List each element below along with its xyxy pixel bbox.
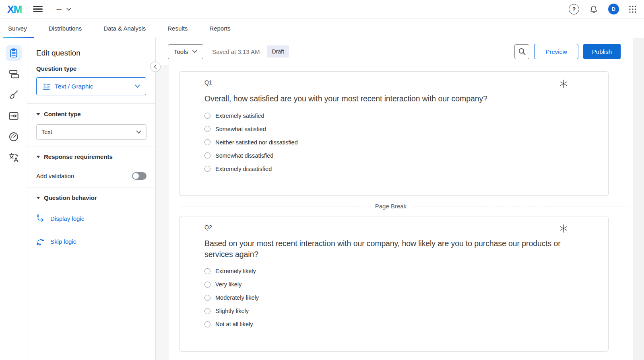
search-icon: [518, 47, 526, 56]
project-name: ---: [56, 6, 62, 12]
sidebar-item-look-and-feel[interactable]: [6, 87, 22, 103]
caret-down-icon: [36, 113, 40, 115]
question-id: Q2: [204, 224, 212, 230]
question-behavior-section: Question behavior Display logic: [27, 187, 155, 246]
survey-canvas: Q1 Overall, how satisfied are you wi: [169, 65, 633, 360]
tab-reports[interactable]: Reports: [198, 19, 242, 38]
answer-option[interactable]: Neither satisfied nor dissatisfied: [204, 136, 568, 149]
answer-option[interactable]: Slightly likely: [204, 304, 568, 318]
answer-options: Extremely satisfied Somewhat satisfied N…: [204, 109, 568, 175]
xm-logo[interactable]: XM: [7, 4, 22, 14]
radio-button[interactable]: [204, 308, 211, 314]
survey-editor-main: Tools Saved at 3:13 AM Draft Preview Pub…: [156, 38, 644, 360]
survey-flow-icon: [8, 68, 19, 80]
settings-sliders-icon: [8, 110, 19, 121]
tab-distributions[interactable]: Distributions: [38, 19, 93, 38]
content-type-section-header[interactable]: Content type: [36, 111, 147, 117]
radio-button[interactable]: [204, 139, 211, 145]
tab-results[interactable]: Results: [157, 19, 198, 38]
question-card-q2[interactable]: Q2 Based on your most recent interac: [179, 216, 609, 352]
toggle-knob: [133, 173, 139, 179]
chevron-left-icon: [153, 64, 157, 69]
caret-down-icon: [36, 156, 40, 158]
publish-button[interactable]: Publish: [583, 44, 621, 59]
menu-icon[interactable]: [33, 6, 43, 12]
autosave-status: Saved at 3:13 AM: [212, 48, 260, 55]
canvas-left-gutter: [156, 65, 169, 360]
help-icon[interactable]: ?: [569, 4, 579, 14]
add-validation-toggle[interactable]: [132, 172, 147, 180]
survey-canvas-wrap: Q1 Overall, how satisfied are you wi: [156, 65, 633, 360]
tab-data-analysis[interactable]: Data & Analysis: [93, 19, 157, 38]
response-requirements-section: Response requirements Add validation: [27, 146, 155, 180]
question-card-q1[interactable]: Q1 Overall, how satisfied are you wi: [179, 71, 609, 196]
question-text[interactable]: Overall, how satisfied are you with your…: [204, 93, 568, 104]
sidebar-item-builder[interactable]: [6, 45, 22, 61]
sidebar-item-quotas[interactable]: [6, 129, 22, 145]
navbar-actions: ? D: [569, 4, 637, 14]
radio-button[interactable]: [204, 295, 211, 301]
answer-option[interactable]: Somewhat dissatisfied: [204, 149, 568, 162]
gauge-icon: [8, 131, 19, 142]
caret-down-icon: [36, 197, 40, 199]
display-logic-icon: [36, 214, 45, 223]
apps-grid-icon[interactable]: [629, 5, 637, 13]
search-button[interactable]: [514, 44, 529, 59]
sidebar-item-survey-flow[interactable]: [6, 66, 22, 82]
user-avatar[interactable]: D: [608, 4, 619, 14]
page-break-line: [181, 206, 369, 206]
chevron-down-icon: [135, 84, 140, 88]
chevron-down-icon: [66, 8, 71, 11]
question-behavior-header[interactable]: Question behavior: [36, 194, 147, 201]
tools-dropdown[interactable]: Tools: [168, 44, 203, 59]
collapse-panel-button[interactable]: [150, 62, 161, 72]
scrollbar-gutter[interactable]: [633, 38, 644, 360]
project-switcher[interactable]: ---: [56, 6, 71, 12]
tab-survey[interactable]: Survey: [8, 19, 38, 38]
radio-button[interactable]: [204, 113, 211, 119]
answer-option[interactable]: Extremely likely: [204, 265, 568, 278]
project-tabbar: Survey Distributions Data & Analysis Res…: [0, 19, 644, 38]
content-type-select[interactable]: Text: [36, 124, 147, 140]
chevron-down-icon: [192, 50, 197, 53]
radio-button[interactable]: [204, 152, 211, 158]
status-badge: Draft: [267, 45, 289, 58]
answer-option[interactable]: Not at all likely: [204, 318, 568, 331]
question-type-dropdown[interactable]: Text / Graphic: [36, 77, 146, 95]
answer-option[interactable]: Extremely satisfied: [204, 109, 568, 122]
page-break-label: Page Break: [375, 203, 407, 210]
display-logic-link[interactable]: Display logic: [36, 214, 147, 223]
qualtrics-survey-editor: XM --- ? D Survey: [0, 0, 644, 360]
toolbar-actions: Preview Publish: [514, 44, 621, 59]
sidebar-item-translations[interactable]: [6, 150, 22, 166]
answer-options: Extremely likely Very likely Moderately …: [204, 265, 568, 331]
question-type-value: Text / Graphic: [55, 83, 93, 90]
asterisk-icon: [559, 79, 568, 88]
response-requirements-header[interactable]: Response requirements: [36, 153, 147, 160]
radio-button[interactable]: [204, 166, 211, 172]
radio-button[interactable]: [204, 268, 211, 274]
radio-button[interactable]: [204, 321, 211, 327]
preview-button[interactable]: Preview: [534, 44, 578, 59]
content-type-section: Content type Text: [27, 104, 155, 140]
question-id: Q1: [204, 79, 212, 86]
sidebar-item-survey-options[interactable]: [6, 108, 22, 124]
notifications-bell-icon[interactable]: [589, 4, 599, 14]
answer-option[interactable]: Somewhat satisfied: [204, 122, 568, 136]
question-text[interactable]: Based on your most recent interaction wi…: [204, 238, 568, 259]
skip-logic-link[interactable]: Skip logic: [36, 237, 147, 246]
add-validation-row: Add validation: [36, 172, 147, 180]
radio-button[interactable]: [204, 126, 211, 132]
top-navbar: XM --- ? D: [0, 0, 644, 19]
answer-option[interactable]: Extremely dissatisfied: [204, 162, 568, 175]
chevron-down-icon: [136, 130, 141, 134]
page-break[interactable]: Page Break: [181, 201, 629, 211]
answer-option[interactable]: Very likely: [204, 278, 568, 291]
answer-option[interactable]: Moderately likely: [204, 291, 568, 304]
radio-button[interactable]: [204, 282, 211, 288]
page-break-line: [412, 206, 629, 206]
asterisk-icon: [559, 224, 568, 233]
paintbrush-icon: [8, 89, 19, 101]
add-validation-label: Add validation: [36, 173, 74, 179]
skip-logic-icon: [36, 237, 45, 246]
